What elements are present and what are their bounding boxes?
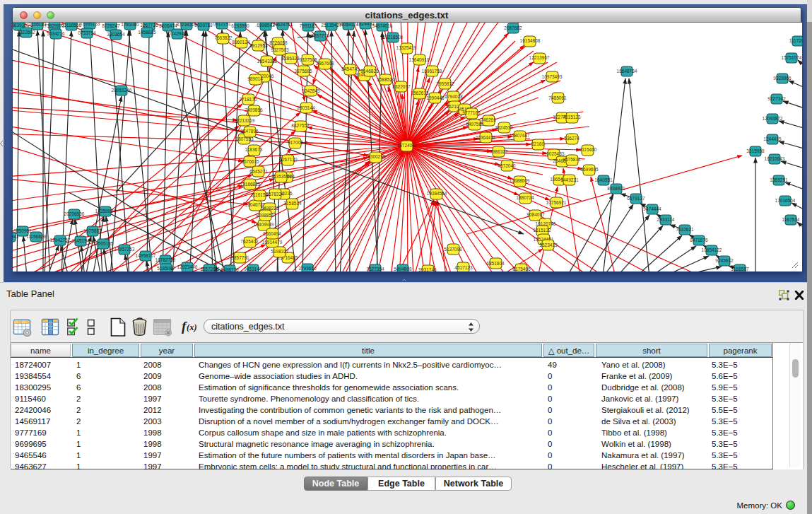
svg-text:9084067: 9084067 bbox=[526, 212, 545, 217]
svg-text:16543382: 16543382 bbox=[257, 59, 278, 64]
svg-text:1781080: 1781080 bbox=[121, 23, 139, 27]
svg-text:14958107: 14958107 bbox=[136, 253, 156, 258]
svg-text:8427552: 8427552 bbox=[291, 123, 310, 128]
svg-text:7986322: 7986322 bbox=[490, 149, 508, 154]
svg-text:5523413: 5523413 bbox=[539, 243, 558, 247]
svg-text:7663822: 7663822 bbox=[214, 35, 233, 40]
svg-text:1880724: 1880724 bbox=[516, 195, 534, 200]
svg-text:11156829: 11156829 bbox=[26, 234, 46, 239]
svg-text:4572040: 4572040 bbox=[498, 163, 516, 168]
svg-text:3267130: 3267130 bbox=[279, 157, 298, 162]
svg-text:9245612: 9245612 bbox=[715, 258, 734, 263]
svg-text:19166825: 19166825 bbox=[240, 182, 261, 187]
svg-text:917008: 917008 bbox=[288, 140, 303, 145]
svg-text:7485061: 7485061 bbox=[548, 95, 567, 100]
svg-text:16961758: 16961758 bbox=[422, 69, 442, 74]
svg-text:1588520: 1588520 bbox=[377, 77, 395, 82]
svg-text:1850961: 1850961 bbox=[13, 228, 32, 233]
svg-text:9777169: 9777169 bbox=[462, 110, 481, 115]
svg-text:6851604: 6851604 bbox=[486, 261, 505, 266]
svg-text:1145194: 1145194 bbox=[72, 238, 90, 243]
svg-text:8726247: 8726247 bbox=[102, 23, 120, 28]
svg-text:8098851: 8098851 bbox=[256, 213, 274, 218]
svg-text:16914479: 16914479 bbox=[262, 240, 283, 245]
svg-text:6794028: 6794028 bbox=[445, 94, 463, 99]
svg-text:16648784: 16648784 bbox=[617, 69, 637, 74]
svg-text:8912953: 8912953 bbox=[249, 43, 268, 48]
svg-text:16782759: 16782759 bbox=[155, 257, 176, 262]
svg-text:10807487: 10807487 bbox=[510, 133, 530, 138]
svg-text:1449231: 1449231 bbox=[560, 177, 579, 182]
svg-text:1116152: 1116152 bbox=[251, 192, 269, 197]
svg-text:63116566: 63116566 bbox=[61, 23, 82, 28]
svg-text:8938921: 8938921 bbox=[607, 186, 625, 191]
svg-text:1369291: 1369291 bbox=[770, 177, 788, 182]
svg-text:34874016: 34874016 bbox=[372, 23, 393, 28]
svg-text:9857791: 9857791 bbox=[231, 255, 249, 260]
svg-text:746266: 746266 bbox=[481, 117, 496, 122]
svg-text:10688609: 10688609 bbox=[510, 178, 530, 183]
svg-text:2867608: 2867608 bbox=[316, 61, 334, 66]
svg-text:9474444: 9474444 bbox=[643, 206, 661, 211]
svg-text:34624751: 34624751 bbox=[273, 23, 293, 27]
svg-text:7625402: 7625402 bbox=[240, 239, 259, 244]
svg-text:1117207: 1117207 bbox=[789, 38, 802, 43]
svg-text:3799650: 3799650 bbox=[298, 266, 317, 271]
svg-text:5198327: 5198327 bbox=[271, 249, 289, 254]
svg-text:2322602: 2322602 bbox=[17, 30, 35, 35]
svg-text:7527354: 7527354 bbox=[366, 267, 384, 271]
svg-text:8498776: 8498776 bbox=[220, 267, 239, 271]
svg-text:09839301: 09839301 bbox=[13, 23, 30, 28]
svg-text:9227342: 9227342 bbox=[767, 96, 786, 101]
svg-text:1562615: 1562615 bbox=[411, 90, 429, 95]
svg-text:3915341: 3915341 bbox=[13, 234, 19, 239]
svg-text:10025433: 10025433 bbox=[544, 151, 565, 156]
svg-text:20206536: 20206536 bbox=[64, 211, 85, 216]
svg-text:2803144: 2803144 bbox=[297, 105, 315, 110]
svg-text:20053346: 20053346 bbox=[112, 88, 132, 93]
svg-text:3215958: 3215958 bbox=[746, 148, 765, 153]
svg-text:19218506: 19218506 bbox=[383, 35, 404, 40]
svg-text:1975887: 1975887 bbox=[83, 228, 102, 233]
svg-text:0142940: 0142940 bbox=[168, 31, 187, 36]
svg-text:12942757: 12942757 bbox=[50, 238, 71, 243]
svg-text:1615132: 1615132 bbox=[533, 228, 551, 233]
svg-text:1458685: 1458685 bbox=[138, 30, 156, 35]
svg-text:9575814: 9575814 bbox=[563, 157, 581, 162]
svg-text:9329966: 9329966 bbox=[773, 76, 792, 81]
svg-text:9242845: 9242845 bbox=[302, 88, 320, 93]
svg-text:6497568: 6497568 bbox=[466, 122, 484, 127]
svg-text:1167534: 1167534 bbox=[782, 217, 800, 222]
svg-text:7955812: 7955812 bbox=[436, 81, 454, 86]
svg-text:2718170: 2718170 bbox=[239, 97, 257, 102]
svg-text:9327503: 9327503 bbox=[271, 47, 289, 52]
svg-text:1657262: 1657262 bbox=[200, 267, 218, 271]
svg-text:15409949: 15409949 bbox=[254, 222, 274, 227]
svg-text:3875685: 3875685 bbox=[294, 69, 312, 74]
svg-text:6679137: 6679137 bbox=[627, 196, 645, 201]
svg-text:9115460: 9115460 bbox=[579, 147, 597, 152]
svg-text:16154808: 16154808 bbox=[520, 38, 541, 43]
svg-text:6560494: 6560494 bbox=[263, 231, 281, 236]
svg-text:3166587: 3166587 bbox=[731, 267, 749, 271]
svg-text:1640951: 1640951 bbox=[594, 177, 613, 182]
svg-text:5009788: 5009788 bbox=[194, 23, 213, 28]
svg-text:8471876: 8471876 bbox=[690, 238, 708, 243]
svg-text:5634216: 5634216 bbox=[47, 31, 65, 36]
svg-text:6545271: 6545271 bbox=[249, 169, 268, 174]
svg-text:9847896: 9847896 bbox=[240, 129, 259, 134]
svg-text:8960124: 8960124 bbox=[232, 40, 250, 45]
svg-text:8186323: 8186323 bbox=[281, 56, 300, 61]
svg-text:13640910: 13640910 bbox=[409, 57, 430, 62]
svg-text:12213319: 12213319 bbox=[235, 118, 255, 123]
svg-text:1244415: 1244415 bbox=[763, 136, 782, 141]
svg-text:12923446: 12923446 bbox=[177, 264, 198, 269]
svg-text:17359924: 17359924 bbox=[95, 209, 116, 214]
svg-text:18724007: 18724007 bbox=[397, 143, 418, 148]
svg-text:17016504: 17016504 bbox=[775, 198, 796, 203]
svg-text:12505135: 12505135 bbox=[93, 241, 114, 246]
svg-text:0812191: 0812191 bbox=[213, 23, 231, 26]
svg-text:12213967: 12213967 bbox=[529, 55, 550, 60]
svg-text:7357274: 7357274 bbox=[311, 33, 329, 38]
svg-text:62160: 62160 bbox=[531, 141, 544, 146]
